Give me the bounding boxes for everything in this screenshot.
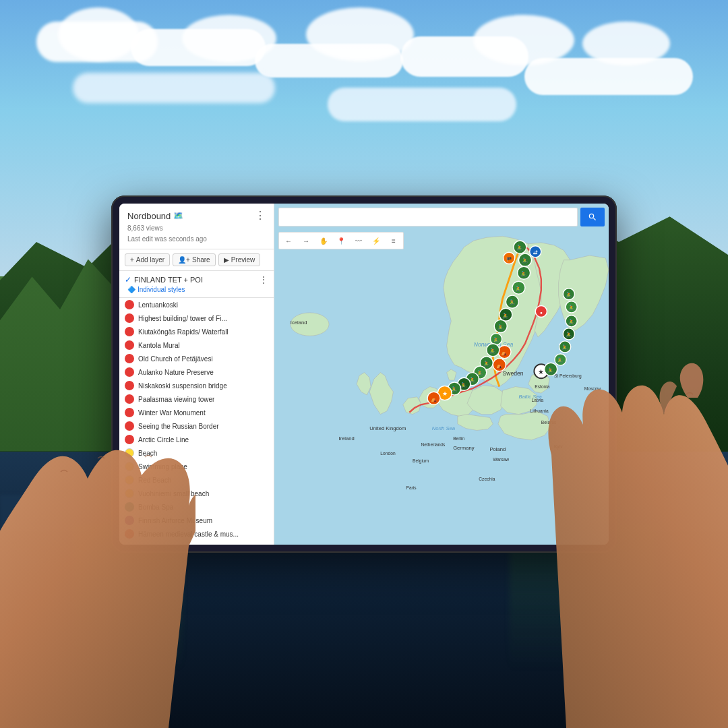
poi-label: Niskakoski suspension bridge xyxy=(138,382,227,390)
svg-text:★: ★ xyxy=(442,390,448,397)
poi-list-item[interactable]: Niskakoski suspension bridge xyxy=(119,379,274,392)
svg-text:🚴: 🚴 xyxy=(562,344,568,351)
poi-color-icon xyxy=(125,300,134,309)
checkmark-icon: ✓ xyxy=(125,275,131,284)
poi-list-item[interactable]: Paalasmaa viewing tower xyxy=(119,392,274,406)
london-label: London xyxy=(380,451,396,456)
paris-label: Paris xyxy=(406,485,417,490)
map-toolbar xyxy=(278,208,605,226)
poi-color-icon xyxy=(125,327,134,336)
poi-color-icon xyxy=(125,381,134,390)
poi-list-item[interactable]: Highest building/ tower of Fi... xyxy=(119,311,274,325)
map-search-button[interactable] xyxy=(580,208,605,226)
hand-left xyxy=(0,404,195,728)
united-kingdom-label: United Kingdom xyxy=(369,425,406,431)
search-icon xyxy=(588,212,597,222)
filter-icon: 🔷 xyxy=(127,286,135,293)
line-button[interactable]: 〰 xyxy=(351,234,367,247)
poi-color-icon xyxy=(125,394,134,404)
svg-text:🚴: 🚴 xyxy=(566,291,572,298)
svg-text:🚴: 🚴 xyxy=(515,285,522,292)
poi-label: Aulanko Nature Preserve xyxy=(138,369,214,376)
sidebar-header: Nordbound 🗺️ ⋮ 8,663 views Last edit was… xyxy=(119,204,274,249)
more-options-button[interactable]: ⋮ xyxy=(255,210,266,221)
sidebar-title: Nordbound 🗺️ xyxy=(127,211,183,221)
hand-right xyxy=(499,357,728,728)
czechia-label: Czechia xyxy=(479,477,495,481)
svg-text:🚴: 🚴 xyxy=(568,304,575,311)
svg-text:●: ● xyxy=(540,310,543,315)
poi-color-icon xyxy=(125,340,134,350)
undo-button[interactable]: ← xyxy=(280,234,297,247)
preview-icon: ▶ xyxy=(224,256,229,264)
netherlands-label: Netherlands xyxy=(421,442,446,447)
map-title: Nordbound xyxy=(127,211,171,221)
individual-styles-button[interactable]: 🔷 Individual styles xyxy=(125,284,268,295)
layer-name: FINLAND TET + POI xyxy=(134,276,203,284)
poi-label: Kiutaköngäs Rapids/ Waterfall xyxy=(138,328,229,336)
add-layer-button[interactable]: + Add layer xyxy=(125,253,170,266)
map-search-input[interactable] xyxy=(278,208,578,226)
berlin-label: Berlin xyxy=(453,436,464,441)
germany-label: Germany xyxy=(453,445,475,451)
poi-label: Paalasmaa viewing tower xyxy=(138,396,214,403)
svg-text:🚴: 🚴 xyxy=(516,244,523,251)
poi-label: Old Church of Petäjävesi xyxy=(138,355,213,363)
svg-text:⛺: ⛺ xyxy=(501,349,508,356)
layer-section: ✓ FINLAND TET + POI ⋮ 🔷 Individual style… xyxy=(119,271,274,298)
sidebar-actions: + Add layer 👤+ Share ▶ Preview xyxy=(119,249,274,271)
poi-label: Kantola Mural xyxy=(138,342,180,349)
layer-more-button[interactable]: ⋮ xyxy=(259,275,268,284)
ireland-label: Ireland xyxy=(338,435,354,442)
poi-color-icon xyxy=(125,313,134,323)
layer-title: ✓ FINLAND TET + POI xyxy=(125,275,203,284)
svg-text:🚴: 🚴 xyxy=(566,331,572,338)
poi-list-item[interactable]: Aulanko Nature Preserve xyxy=(119,365,274,379)
svg-text:🚴: 🚴 xyxy=(522,257,528,264)
preview-button[interactable]: ▶ Preview xyxy=(218,253,261,266)
poi-list-item[interactable]: Kiutaköngäs Rapids/ Waterfall xyxy=(119,325,274,338)
poi-label: Lentuankoski xyxy=(138,301,178,309)
share-icon: 👤+ xyxy=(178,256,190,264)
iceland-label: Iceland xyxy=(291,320,307,326)
poi-label: Highest building/ tower of Fi... xyxy=(138,315,227,322)
poi-list-item[interactable]: Old Church of Petäjävesi xyxy=(119,352,274,365)
svg-text:🚴: 🚴 xyxy=(509,299,516,306)
svg-text:🏴: 🏴 xyxy=(506,256,512,262)
sidebar-views: 8,663 views Last edit was seconds ago xyxy=(127,223,266,245)
svg-text:🚴: 🚴 xyxy=(493,336,499,343)
svg-text:🚴: 🚴 xyxy=(568,318,575,325)
north-sea-label: North Sea xyxy=(432,425,455,431)
svg-text:⛺: ⛺ xyxy=(431,396,437,402)
filter-button[interactable]: ⚡ xyxy=(368,234,384,247)
marker-button[interactable]: 📍 xyxy=(333,234,349,247)
poi-list-item[interactable]: Lentuankoski xyxy=(119,298,274,311)
svg-text:🚴: 🚴 xyxy=(460,382,467,388)
svg-text:🚴: 🚴 xyxy=(483,360,490,367)
poi-color-icon xyxy=(125,367,134,377)
svg-text:🚴: 🚴 xyxy=(489,347,496,354)
poi-color-icon xyxy=(125,354,134,363)
svg-text:🏕: 🏕 xyxy=(533,250,538,255)
svg-text:🚴: 🚴 xyxy=(520,270,527,277)
title-icon: 🗺️ xyxy=(173,211,183,220)
poi-list-item[interactable]: Kantola Mural xyxy=(119,338,274,352)
belgium-label: Belgium xyxy=(413,458,429,464)
pan-button[interactable]: ✋ xyxy=(315,234,332,247)
share-button[interactable]: 👤+ Share xyxy=(173,253,216,266)
add-icon: + xyxy=(130,256,134,264)
svg-text:🚴: 🚴 xyxy=(497,324,504,330)
svg-text:🚴: 🚴 xyxy=(502,312,509,319)
layers-button[interactable]: ≡ xyxy=(386,234,402,247)
map-tools: ← → ✋ 📍 〰 ⚡ ≡ xyxy=(278,232,404,249)
redo-button[interactable]: → xyxy=(298,234,314,247)
